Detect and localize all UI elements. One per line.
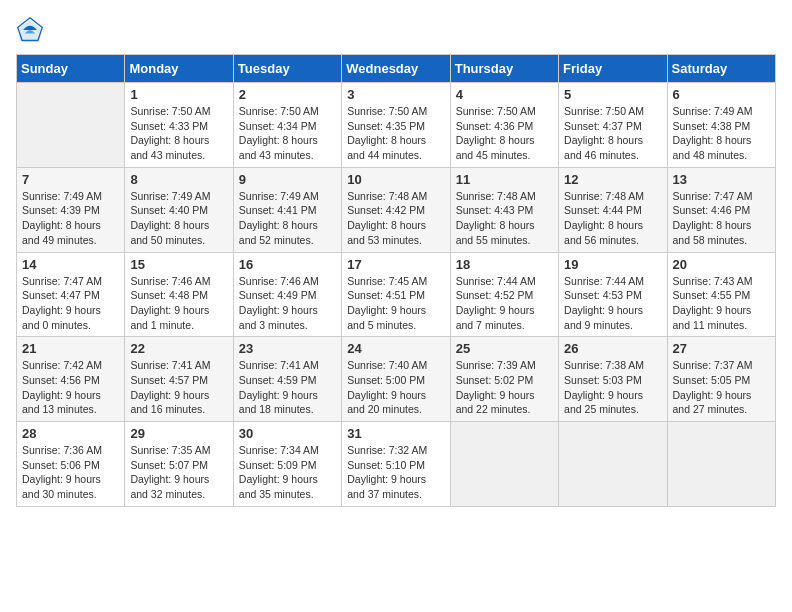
day-number: 10 — [347, 172, 444, 187]
day-number: 20 — [673, 257, 770, 272]
day-info: Sunrise: 7:45 AMSunset: 4:51 PMDaylight:… — [347, 274, 444, 333]
week-row-3: 14Sunrise: 7:47 AMSunset: 4:47 PMDayligh… — [17, 252, 776, 337]
day-cell: 2Sunrise: 7:50 AMSunset: 4:34 PMDaylight… — [233, 83, 341, 168]
day-info: Sunrise: 7:42 AMSunset: 4:56 PMDaylight:… — [22, 358, 119, 417]
calendar-header: SundayMondayTuesdayWednesdayThursdayFrid… — [17, 55, 776, 83]
day-info: Sunrise: 7:50 AMSunset: 4:34 PMDaylight:… — [239, 104, 336, 163]
day-cell: 25Sunrise: 7:39 AMSunset: 5:02 PMDayligh… — [450, 337, 558, 422]
day-number: 24 — [347, 341, 444, 356]
day-number: 9 — [239, 172, 336, 187]
day-info: Sunrise: 7:43 AMSunset: 4:55 PMDaylight:… — [673, 274, 770, 333]
day-info: Sunrise: 7:50 AMSunset: 4:37 PMDaylight:… — [564, 104, 661, 163]
logo — [16, 16, 48, 44]
day-info: Sunrise: 7:47 AMSunset: 4:46 PMDaylight:… — [673, 189, 770, 248]
calendar-table: SundayMondayTuesdayWednesdayThursdayFrid… — [16, 54, 776, 507]
day-info: Sunrise: 7:50 AMSunset: 4:33 PMDaylight:… — [130, 104, 227, 163]
day-number: 1 — [130, 87, 227, 102]
day-cell — [559, 422, 667, 507]
day-cell: 7Sunrise: 7:49 AMSunset: 4:39 PMDaylight… — [17, 167, 125, 252]
day-number: 8 — [130, 172, 227, 187]
day-info: Sunrise: 7:40 AMSunset: 5:00 PMDaylight:… — [347, 358, 444, 417]
day-cell: 18Sunrise: 7:44 AMSunset: 4:52 PMDayligh… — [450, 252, 558, 337]
day-info: Sunrise: 7:48 AMSunset: 4:42 PMDaylight:… — [347, 189, 444, 248]
day-cell — [450, 422, 558, 507]
day-number: 6 — [673, 87, 770, 102]
day-info: Sunrise: 7:39 AMSunset: 5:02 PMDaylight:… — [456, 358, 553, 417]
day-number: 23 — [239, 341, 336, 356]
day-info: Sunrise: 7:37 AMSunset: 5:05 PMDaylight:… — [673, 358, 770, 417]
header-row: SundayMondayTuesdayWednesdayThursdayFrid… — [17, 55, 776, 83]
day-number: 16 — [239, 257, 336, 272]
day-cell: 26Sunrise: 7:38 AMSunset: 5:03 PMDayligh… — [559, 337, 667, 422]
day-number: 4 — [456, 87, 553, 102]
column-header-saturday: Saturday — [667, 55, 775, 83]
day-info: Sunrise: 7:38 AMSunset: 5:03 PMDaylight:… — [564, 358, 661, 417]
column-header-wednesday: Wednesday — [342, 55, 450, 83]
day-info: Sunrise: 7:48 AMSunset: 4:43 PMDaylight:… — [456, 189, 553, 248]
column-header-monday: Monday — [125, 55, 233, 83]
day-number: 19 — [564, 257, 661, 272]
day-info: Sunrise: 7:50 AMSunset: 4:35 PMDaylight:… — [347, 104, 444, 163]
calendar-body: 1Sunrise: 7:50 AMSunset: 4:33 PMDaylight… — [17, 83, 776, 507]
day-number: 31 — [347, 426, 444, 441]
day-cell: 6Sunrise: 7:49 AMSunset: 4:38 PMDaylight… — [667, 83, 775, 168]
day-number: 11 — [456, 172, 553, 187]
day-info: Sunrise: 7:46 AMSunset: 4:49 PMDaylight:… — [239, 274, 336, 333]
day-number: 15 — [130, 257, 227, 272]
day-info: Sunrise: 7:49 AMSunset: 4:40 PMDaylight:… — [130, 189, 227, 248]
day-info: Sunrise: 7:49 AMSunset: 4:38 PMDaylight:… — [673, 104, 770, 163]
day-number: 17 — [347, 257, 444, 272]
day-number: 26 — [564, 341, 661, 356]
day-number: 18 — [456, 257, 553, 272]
day-cell: 21Sunrise: 7:42 AMSunset: 4:56 PMDayligh… — [17, 337, 125, 422]
day-cell: 13Sunrise: 7:47 AMSunset: 4:46 PMDayligh… — [667, 167, 775, 252]
day-cell: 5Sunrise: 7:50 AMSunset: 4:37 PMDaylight… — [559, 83, 667, 168]
day-number: 25 — [456, 341, 553, 356]
day-number: 3 — [347, 87, 444, 102]
day-cell: 12Sunrise: 7:48 AMSunset: 4:44 PMDayligh… — [559, 167, 667, 252]
day-number: 12 — [564, 172, 661, 187]
day-cell: 4Sunrise: 7:50 AMSunset: 4:36 PMDaylight… — [450, 83, 558, 168]
week-row-2: 7Sunrise: 7:49 AMSunset: 4:39 PMDaylight… — [17, 167, 776, 252]
day-cell: 8Sunrise: 7:49 AMSunset: 4:40 PMDaylight… — [125, 167, 233, 252]
day-number: 22 — [130, 341, 227, 356]
day-info: Sunrise: 7:44 AMSunset: 4:53 PMDaylight:… — [564, 274, 661, 333]
day-info: Sunrise: 7:41 AMSunset: 4:57 PMDaylight:… — [130, 358, 227, 417]
day-cell: 20Sunrise: 7:43 AMSunset: 4:55 PMDayligh… — [667, 252, 775, 337]
day-cell: 24Sunrise: 7:40 AMSunset: 5:00 PMDayligh… — [342, 337, 450, 422]
day-info: Sunrise: 7:34 AMSunset: 5:09 PMDaylight:… — [239, 443, 336, 502]
column-header-tuesday: Tuesday — [233, 55, 341, 83]
page-header — [16, 16, 776, 44]
day-cell: 16Sunrise: 7:46 AMSunset: 4:49 PMDayligh… — [233, 252, 341, 337]
day-cell: 14Sunrise: 7:47 AMSunset: 4:47 PMDayligh… — [17, 252, 125, 337]
day-cell: 30Sunrise: 7:34 AMSunset: 5:09 PMDayligh… — [233, 422, 341, 507]
day-cell: 17Sunrise: 7:45 AMSunset: 4:51 PMDayligh… — [342, 252, 450, 337]
day-cell: 27Sunrise: 7:37 AMSunset: 5:05 PMDayligh… — [667, 337, 775, 422]
day-cell: 9Sunrise: 7:49 AMSunset: 4:41 PMDaylight… — [233, 167, 341, 252]
day-cell: 28Sunrise: 7:36 AMSunset: 5:06 PMDayligh… — [17, 422, 125, 507]
day-cell: 10Sunrise: 7:48 AMSunset: 4:42 PMDayligh… — [342, 167, 450, 252]
day-cell: 15Sunrise: 7:46 AMSunset: 4:48 PMDayligh… — [125, 252, 233, 337]
day-info: Sunrise: 7:48 AMSunset: 4:44 PMDaylight:… — [564, 189, 661, 248]
day-info: Sunrise: 7:44 AMSunset: 4:52 PMDaylight:… — [456, 274, 553, 333]
day-cell: 1Sunrise: 7:50 AMSunset: 4:33 PMDaylight… — [125, 83, 233, 168]
day-info: Sunrise: 7:50 AMSunset: 4:36 PMDaylight:… — [456, 104, 553, 163]
day-cell: 29Sunrise: 7:35 AMSunset: 5:07 PMDayligh… — [125, 422, 233, 507]
day-info: Sunrise: 7:49 AMSunset: 4:41 PMDaylight:… — [239, 189, 336, 248]
day-cell: 31Sunrise: 7:32 AMSunset: 5:10 PMDayligh… — [342, 422, 450, 507]
day-cell: 23Sunrise: 7:41 AMSunset: 4:59 PMDayligh… — [233, 337, 341, 422]
week-row-1: 1Sunrise: 7:50 AMSunset: 4:33 PMDaylight… — [17, 83, 776, 168]
day-cell — [667, 422, 775, 507]
day-number: 14 — [22, 257, 119, 272]
day-cell — [17, 83, 125, 168]
day-cell: 19Sunrise: 7:44 AMSunset: 4:53 PMDayligh… — [559, 252, 667, 337]
day-info: Sunrise: 7:36 AMSunset: 5:06 PMDaylight:… — [22, 443, 119, 502]
logo-icon — [16, 16, 44, 44]
day-info: Sunrise: 7:41 AMSunset: 4:59 PMDaylight:… — [239, 358, 336, 417]
day-number: 29 — [130, 426, 227, 441]
column-header-sunday: Sunday — [17, 55, 125, 83]
day-cell: 3Sunrise: 7:50 AMSunset: 4:35 PMDaylight… — [342, 83, 450, 168]
day-number: 21 — [22, 341, 119, 356]
column-header-thursday: Thursday — [450, 55, 558, 83]
day-number: 13 — [673, 172, 770, 187]
